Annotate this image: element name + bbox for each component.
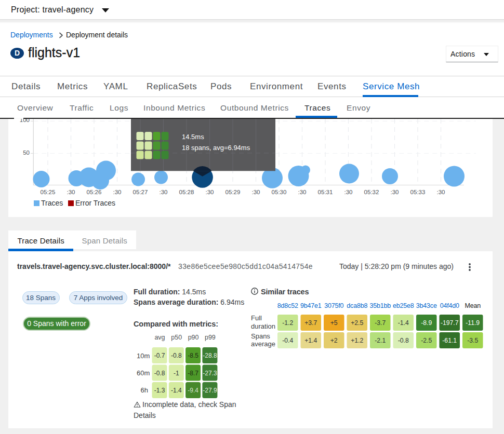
svg-text:-0.8: -0.8 — [398, 337, 409, 344]
svg-text:Error Traces: Error Traces — [75, 199, 115, 207]
svg-text:-27.9: -27.9 — [203, 387, 217, 394]
svg-text:-197.7: -197.7 — [441, 319, 459, 327]
svg-text:-8.7: -8.7 — [188, 370, 198, 377]
svg-text:50: 50 — [23, 150, 30, 156]
svg-text:-1.4: -1.4 — [398, 319, 409, 327]
svg-text:-8.9: -8.9 — [421, 319, 432, 327]
svg-text:05:29: 05:29 — [226, 189, 241, 195]
svg-text:100: 100 — [20, 119, 30, 123]
svg-text::30: :30 — [206, 189, 214, 195]
svg-text:05:26: 05:26 — [87, 189, 102, 195]
svg-text:-11.9: -11.9 — [466, 319, 480, 327]
svg-text:Traces: Traces — [41, 199, 63, 207]
svg-text::30: :30 — [113, 189, 122, 195]
svg-text:05:25: 05:25 — [41, 189, 56, 195]
svg-text:+3.7: +3.7 — [304, 319, 317, 327]
svg-text:05:28: 05:28 — [179, 189, 194, 195]
svg-text:-27.3: -27.3 — [203, 370, 217, 377]
svg-text:18 spans, avg=6.94ms: 18 spans, avg=6.94ms — [182, 144, 250, 152]
svg-text:-2.5: -2.5 — [421, 337, 432, 344]
svg-text:-1: -1 — [174, 370, 179, 377]
svg-text:-1.4: -1.4 — [171, 387, 182, 394]
svg-text::30: :30 — [160, 189, 168, 195]
svg-text:05:32: 05:32 — [364, 189, 379, 195]
svg-text:-0.4: -0.4 — [282, 337, 293, 344]
svg-text::30: :30 — [298, 189, 307, 195]
svg-text:-0.8: -0.8 — [154, 370, 165, 377]
svg-text::30: :30 — [391, 189, 399, 195]
svg-text:-1.2: -1.2 — [282, 319, 293, 327]
svg-text:-3.5: -3.5 — [467, 337, 478, 344]
svg-text:+2.5: +2.5 — [351, 319, 363, 327]
svg-text:05:33: 05:33 — [410, 189, 426, 195]
svg-text:05:31: 05:31 — [318, 189, 333, 195]
svg-text:14.5ms: 14.5ms — [182, 133, 204, 141]
svg-text:+5: +5 — [330, 319, 338, 327]
svg-text:-2.1: -2.1 — [375, 337, 386, 344]
svg-text:-0.7: -0.7 — [154, 352, 165, 359]
svg-text:-9.4: -9.4 — [188, 387, 198, 394]
svg-text::30: :30 — [67, 189, 75, 195]
svg-text:-1.3: -1.3 — [154, 387, 165, 394]
svg-text::30: :30 — [437, 189, 445, 195]
svg-text:-28.8: -28.8 — [203, 352, 217, 359]
svg-text::30: :30 — [344, 189, 353, 195]
svg-text:05:30: 05:30 — [272, 189, 287, 195]
svg-text:05:27: 05:27 — [133, 189, 148, 195]
svg-text:+1.2: +1.2 — [351, 337, 363, 344]
svg-text:+1.4: +1.4 — [304, 337, 317, 344]
svg-text:-3.7: -3.7 — [375, 319, 386, 327]
svg-text:+2: +2 — [330, 337, 338, 344]
svg-text:-61.1: -61.1 — [442, 337, 457, 344]
svg-text:-0.8: -0.8 — [171, 352, 182, 359]
svg-text::30: :30 — [252, 189, 260, 195]
svg-text:-8.5: -8.5 — [188, 352, 198, 359]
